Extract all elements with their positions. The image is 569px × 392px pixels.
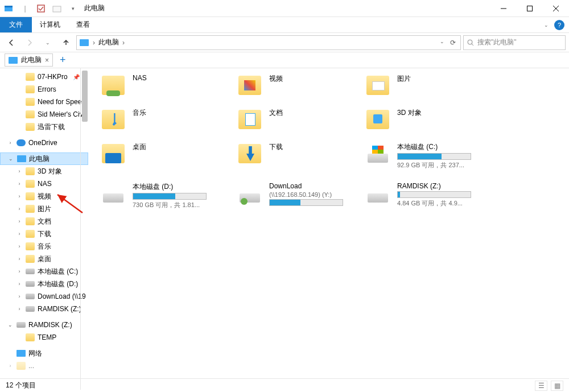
item-sublabel: 730 GB 可用，共 1.81...: [133, 201, 224, 209]
window-title: 此电脑: [84, 3, 105, 13]
sidebar-onedrive[interactable]: ›OneDrive: [0, 137, 88, 149]
sidebar-item[interactable]: ›DownLoad (\\19: [0, 290, 88, 303]
ribbon-expand-icon[interactable]: ⌄: [544, 22, 549, 28]
drive-icon: [100, 182, 127, 203]
drive-icon: [26, 306, 35, 312]
sidebar-item[interactable]: ›...: [0, 360, 88, 372]
new-folder-icon[interactable]: [50, 2, 64, 15]
drive-item[interactable]: DownLoad(\\192.168.50.149) (Y:): [236, 182, 364, 215]
search-input[interactable]: 搜索"此电脑": [463, 35, 566, 50]
sidebar-item[interactable]: ›NAS: [0, 178, 88, 190]
properties-icon[interactable]: [34, 2, 48, 15]
qat-dropdown-icon[interactable]: ▾: [66, 2, 80, 15]
maximize-button[interactable]: [517, 0, 543, 17]
recent-dropdown[interactable]: ⌄: [40, 35, 56, 51]
help-icon[interactable]: ?: [554, 20, 564, 30]
folder-item[interactable]: 文档: [236, 108, 364, 135]
folder-icon: [26, 217, 35, 225]
sidebar-item[interactable]: ›桌面: [0, 253, 88, 265]
sidebar-quick-item[interactable]: Need for Speec: [0, 96, 88, 108]
file-tab[interactable]: 文件: [0, 17, 32, 32]
sidebar-thispc[interactable]: ⌄此电脑: [0, 152, 88, 165]
drive-item[interactable]: 本地磁盘 (C:)92.9 GB 可用，共 237...: [364, 142, 501, 175]
forward-button[interactable]: [22, 35, 38, 51]
folder-item[interactable]: 3D 对象: [364, 108, 501, 135]
titlebar: | ▾ 此电脑: [0, 0, 569, 17]
refresh-icon[interactable]: ⟳: [448, 39, 458, 47]
sidebar-network[interactable]: 网络: [0, 347, 88, 360]
folder-item[interactable]: NAS: [100, 74, 236, 101]
sidebar-ramdisk[interactable]: ⌄RAMDISK (Z:): [0, 319, 88, 331]
address-bar[interactable]: › 此电脑 › ⌄ ⟳: [76, 35, 461, 50]
breadcrumb-item[interactable]: 此电脑: [98, 38, 119, 47]
drive-icon: [26, 294, 35, 299]
item-label: 音乐: [133, 108, 146, 118]
document-tab[interactable]: 此电脑 ×: [5, 53, 53, 67]
details-view-button[interactable]: ☰: [535, 381, 547, 391]
minimize-button[interactable]: [490, 0, 517, 17]
item-label: 桌面: [133, 142, 146, 152]
sidebar-item-label: 文档: [38, 217, 51, 226]
svg-rect-5: [527, 6, 533, 11]
sidebar-item-label: Errors: [38, 85, 56, 93]
sidebar-item-label: DownLoad (\\19: [38, 292, 86, 300]
sidebar-quick-item[interactable]: 迅雷下载: [0, 121, 88, 133]
folder-icon: [236, 142, 263, 165]
sidebar-item[interactable]: ›文档: [0, 215, 88, 228]
add-tab-button[interactable]: +: [56, 54, 69, 66]
folder-icon: [364, 108, 391, 131]
tab-view[interactable]: 查看: [68, 17, 98, 32]
tab-close-icon[interactable]: ×: [45, 56, 49, 64]
sidebar-item[interactable]: ›图片: [0, 203, 88, 215]
sidebar-scrollbar[interactable]: [80, 68, 88, 390]
drive-item[interactable]: RAMDISK (Z:)4.84 GB 可用，共 4.9...: [364, 182, 501, 215]
sidebar-item[interactable]: TEMP: [0, 331, 88, 344]
sidebar-quick-item[interactable]: 07-HKPro📌: [0, 71, 88, 83]
sidebar-item[interactable]: ›RAMDISK (Z:): [0, 303, 88, 315]
nav-bar: ⌄ › 此电脑 › ⌄ ⟳ 搜索"此电脑": [0, 33, 569, 52]
folder-icon: [26, 73, 35, 81]
status-bar: 12 个项目 ☰ ▦: [0, 378, 569, 392]
address-dropdown-icon[interactable]: ⌄: [438, 39, 447, 47]
item-label: RAMDISK (Z:): [397, 182, 488, 190]
sidebar-item[interactable]: ›本地磁盘 (D:): [0, 278, 88, 290]
folder-icon: [26, 180, 35, 188]
item-sublabel: (\\192.168.50.149) (Y:): [269, 191, 360, 198]
drive-usage-bar: [397, 153, 471, 160]
folder-icon: [26, 192, 35, 200]
sidebar-item-label: 07-HKPro: [38, 73, 68, 81]
drive-item[interactable]: 本地磁盘 (D:)730 GB 可用，共 1.81...: [100, 182, 236, 215]
item-label: 本地磁盘 (D:): [133, 182, 224, 192]
up-button[interactable]: [58, 35, 74, 51]
scrollbar-thumb[interactable]: [82, 71, 88, 122]
folder-icon: [26, 205, 35, 213]
sidebar-item-label: 图片: [38, 204, 51, 214]
tab-computer[interactable]: 计算机: [32, 17, 68, 32]
close-button[interactable]: [543, 0, 569, 17]
breadcrumb-sep-icon[interactable]: ›: [93, 39, 95, 47]
folder-item[interactable]: 视频: [236, 74, 364, 101]
sidebar-item[interactable]: ›音乐: [0, 240, 88, 253]
back-button[interactable]: [3, 35, 19, 51]
folder-item[interactable]: 图片: [364, 74, 501, 101]
tiles-view-button[interactable]: ▦: [551, 381, 563, 391]
tab-strip: 此电脑 × +: [0, 52, 569, 68]
sidebar-item[interactable]: ›视频: [0, 190, 88, 203]
sidebar-quick-item[interactable]: Sid Meier's Civil: [0, 108, 88, 121]
drive-icon: [26, 269, 35, 274]
sidebar-item-label: 3D 对象: [38, 167, 62, 176]
search-icon: [467, 39, 474, 46]
sidebar-item[interactable]: ›本地磁盘 (C:): [0, 265, 88, 278]
breadcrumb-sep-icon[interactable]: ›: [122, 39, 125, 47]
sidebar-quick-item[interactable]: Errors: [0, 83, 88, 96]
drive-usage-bar: [269, 199, 343, 206]
sidebar-item[interactable]: ›下载: [0, 228, 88, 240]
folder-item[interactable]: 桌面: [100, 142, 236, 170]
svg-rect-1: [5, 6, 13, 7]
cloud-icon: [17, 139, 26, 146]
sidebar-item[interactable]: ›3D 对象: [0, 165, 88, 178]
folder-item[interactable]: 下载: [236, 142, 364, 170]
svg-rect-2: [38, 5, 44, 12]
folder-icon: [26, 110, 35, 118]
folder-item[interactable]: 音乐: [100, 108, 236, 135]
